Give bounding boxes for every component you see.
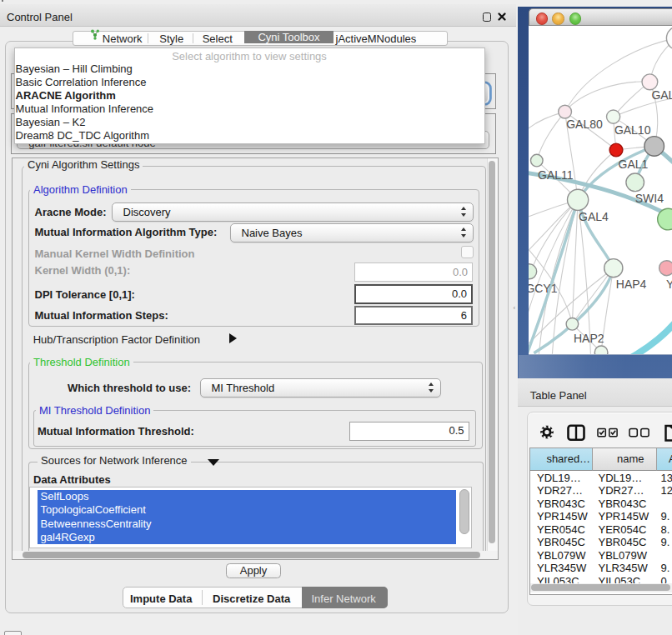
svg-text:GAL1: GAL1 [618, 158, 648, 171]
svg-text:Y: Y [666, 278, 672, 291]
svg-text:SWI4: SWI4 [634, 192, 663, 205]
svg-text:GCY1: GCY1 [529, 282, 558, 295]
svg-text:GAL4: GAL4 [579, 210, 609, 223]
svg-text:GAL80: GAL80 [566, 118, 603, 131]
svg-text:HAP2: HAP2 [574, 332, 604, 345]
svg-text:GAL2: GAL2 [651, 88, 672, 102]
svg-text:GAL11: GAL11 [538, 168, 574, 182]
svg-text:GAL10: GAL10 [614, 123, 650, 137]
svg-text:HAP4: HAP4 [615, 278, 646, 291]
